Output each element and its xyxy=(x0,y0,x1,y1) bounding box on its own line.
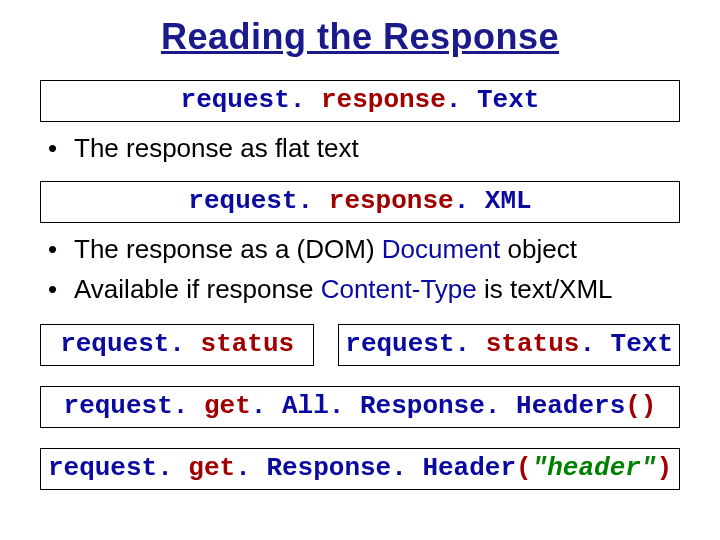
slide: Reading the Response request. response. … xyxy=(0,0,720,540)
code-line: request. get. All. Response. Headers() xyxy=(64,391,657,421)
bullet-list-2: •The response as a (DOM) Document object… xyxy=(30,233,690,306)
tok-status: status xyxy=(486,329,580,359)
tok-request: request. xyxy=(345,329,485,359)
tok-text: . Text xyxy=(579,329,673,359)
bullet-text-post: is text/XML xyxy=(477,274,613,304)
code-line: request. response. Text xyxy=(181,85,540,115)
tok-allresponseheaders: . All. Response. Headers xyxy=(251,391,625,421)
codebox-getheader: request. get. Response. Header("header") xyxy=(40,448,680,490)
tok-request: request. xyxy=(181,85,321,115)
tok-get: get xyxy=(204,391,251,421)
tok-status: status xyxy=(201,329,295,359)
code-line: request. response. XML xyxy=(188,186,531,216)
tok-header-arg: "header" xyxy=(532,453,657,483)
codebox-responsexml: request. response. XML xyxy=(40,181,680,223)
row-status: request. status request. status. Text xyxy=(40,324,680,366)
tok-get: get xyxy=(188,453,235,483)
tok-request: request. xyxy=(188,186,328,216)
tok-xml: . XML xyxy=(454,186,532,216)
code-line: request. status. Text xyxy=(345,329,673,359)
tok-parens: () xyxy=(625,391,656,421)
codebox-status: request. status xyxy=(40,324,314,366)
tok-request: request. xyxy=(60,329,200,359)
code-line: request. get. Response. Header("header") xyxy=(48,453,672,483)
tok-request: request. xyxy=(64,391,204,421)
bullet-list-1: •The response as flat text xyxy=(30,132,690,165)
bullet-text-post: object xyxy=(500,234,577,264)
tok-request: request. xyxy=(48,453,188,483)
tok-open-paren: ( xyxy=(516,453,532,483)
bullet-text-pre: Available if response xyxy=(74,274,321,304)
tok-responseheader: . Response. Header xyxy=(235,453,516,483)
tok-text: . Text xyxy=(446,85,540,115)
codebox-responsetext: request. response. Text xyxy=(40,80,680,122)
tok-response: response xyxy=(329,186,454,216)
tok-document: Document xyxy=(382,234,501,264)
tok-content-type: Content-Type xyxy=(321,274,477,304)
code-line: request. status xyxy=(60,329,294,359)
bullet-text-pre: The response as a (DOM) xyxy=(74,234,382,264)
codebox-statustext: request. status. Text xyxy=(338,324,680,366)
tok-close-paren: ) xyxy=(656,453,672,483)
slide-title: Reading the Response xyxy=(30,16,690,58)
bullet-text: The response as flat text xyxy=(74,133,359,163)
bullet-dom-document: •The response as a (DOM) Document object xyxy=(52,233,690,266)
codebox-getallheaders: request. get. All. Response. Headers() xyxy=(40,386,680,428)
bullet-content-type: •Available if response Content-Type is t… xyxy=(52,273,690,306)
tok-response: response xyxy=(321,85,446,115)
bullet-flat-text: •The response as flat text xyxy=(52,132,690,165)
